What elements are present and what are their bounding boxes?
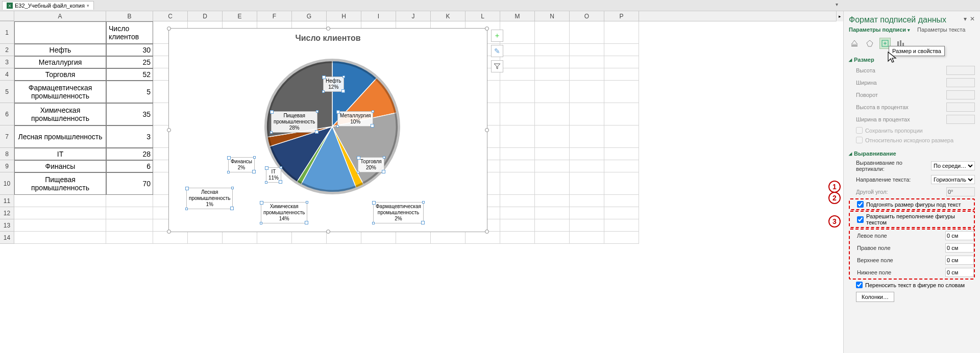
select-text-dir[interactable]: Горизонтально — [931, 175, 975, 184]
row-header[interactable]: 10 — [0, 172, 14, 195]
cell[interactable] — [500, 207, 535, 219]
cell[interactable] — [604, 125, 639, 148]
col-header-A[interactable]: A — [14, 11, 106, 21]
data-label[interactable]: Лесная промышленность 1% — [186, 188, 233, 209]
cell[interactable] — [535, 172, 570, 195]
row-header[interactable]: 9 — [0, 160, 14, 172]
cell[interactable] — [535, 148, 570, 160]
scroll-right-arrow[interactable]: ▸ — [836, 11, 843, 21]
select-valign[interactable]: По середи… — [931, 161, 975, 170]
cell[interactable] — [500, 81, 535, 103]
row-header[interactable]: 13 — [0, 219, 14, 232]
data-label[interactable]: Торговля 20% — [358, 157, 384, 172]
effects-icon[interactable] — [864, 38, 875, 49]
cell[interactable]: 3 — [106, 125, 153, 148]
cell[interactable] — [604, 44, 639, 56]
cell[interactable] — [570, 207, 604, 219]
row-header[interactable]: 12 — [0, 207, 14, 219]
cell[interactable]: 5 — [106, 81, 153, 103]
row-header[interactable]: 2 — [0, 44, 14, 56]
col-header-B[interactable]: B — [106, 11, 153, 21]
cell[interactable]: 70 — [106, 172, 153, 195]
cell[interactable] — [500, 103, 535, 125]
cell[interactable] — [604, 68, 639, 81]
row-header[interactable]: 3 — [0, 56, 14, 68]
col-header-M[interactable]: M — [500, 11, 535, 21]
cell[interactable]: Металлургия — [14, 56, 106, 68]
cell[interactable] — [604, 148, 639, 160]
columns-button[interactable]: Колонки… — [856, 292, 894, 302]
cell[interactable] — [570, 172, 604, 195]
cell[interactable] — [500, 148, 535, 160]
cell[interactable]: Число клиентов — [106, 21, 153, 44]
cell[interactable] — [604, 81, 639, 103]
cell[interactable] — [106, 232, 153, 244]
chart-filter-button[interactable] — [491, 60, 503, 72]
cell[interactable] — [500, 232, 535, 244]
cell[interactable] — [535, 232, 570, 244]
cell[interactable] — [223, 232, 257, 244]
cell[interactable] — [570, 68, 604, 81]
cell[interactable]: 28 — [106, 148, 153, 160]
cell[interactable] — [604, 160, 639, 172]
cell[interactable] — [604, 103, 639, 125]
row-header[interactable]: 4 — [0, 68, 14, 81]
cell[interactable] — [500, 68, 535, 81]
col-header-N[interactable]: N — [535, 11, 570, 21]
cell[interactable] — [500, 219, 535, 232]
cell[interactable] — [14, 219, 106, 232]
input-margin-top[interactable] — [945, 256, 974, 265]
panel-close-icon[interactable]: ✕ — [970, 15, 975, 22]
cell[interactable] — [535, 125, 570, 148]
row-header[interactable]: 7 — [0, 125, 14, 148]
chart-styles-button[interactable]: ✎ — [491, 45, 503, 57]
cell[interactable] — [500, 44, 535, 56]
cell[interactable] — [570, 81, 604, 103]
chart-title[interactable]: Число клиентов — [169, 29, 487, 45]
panel-collapse-icon[interactable]: ▾ — [836, 2, 841, 7]
cell[interactable] — [570, 56, 604, 68]
input-margin-right[interactable] — [945, 243, 974, 253]
data-label[interactable]: Фармацевтическая промышленность 2% — [373, 202, 424, 223]
cell[interactable]: Торговля — [14, 68, 106, 81]
cell[interactable] — [14, 207, 106, 219]
cell[interactable] — [535, 103, 570, 125]
cell[interactable]: Фармацевтическая промышленность — [14, 81, 106, 103]
col-header-J[interactable]: J — [396, 11, 431, 21]
data-label[interactable]: Металлургия 10% — [337, 111, 373, 127]
input-margin-left[interactable] — [945, 231, 974, 240]
col-header-G[interactable]: G — [292, 11, 327, 21]
cell[interactable] — [535, 219, 570, 232]
cell[interactable] — [500, 125, 535, 148]
cell[interactable] — [535, 21, 570, 44]
cell[interactable]: 52 — [106, 68, 153, 81]
cell[interactable] — [257, 232, 292, 244]
cell[interactable] — [535, 207, 570, 219]
col-header-F[interactable]: F — [257, 11, 292, 21]
fill-line-icon[interactable] — [849, 38, 860, 49]
cell[interactable] — [327, 232, 361, 244]
cell[interactable]: 35 — [106, 103, 153, 125]
col-header-O[interactable]: O — [570, 11, 604, 21]
cell[interactable] — [535, 44, 570, 56]
chk-wrap-text[interactable] — [856, 282, 863, 288]
col-header-L[interactable]: L — [465, 11, 500, 21]
row-header[interactable]: 11 — [0, 195, 14, 207]
chart-plot-area[interactable]: Нефть 12%Металлургия 10%Торговля 20%Фарм… — [169, 45, 487, 226]
cell[interactable] — [14, 232, 106, 244]
cell[interactable]: 30 — [106, 44, 153, 56]
row-header[interactable]: 8 — [0, 148, 14, 160]
cell[interactable] — [500, 21, 535, 44]
section-size[interactable]: ◢Размер — [849, 55, 975, 64]
cell[interactable] — [570, 21, 604, 44]
cell[interactable] — [570, 232, 604, 244]
cell[interactable] — [396, 232, 431, 244]
col-header-D[interactable]: D — [188, 11, 223, 21]
cell[interactable] — [604, 195, 639, 207]
data-label[interactable]: Химическая промышленность 14% — [261, 202, 307, 223]
data-label[interactable]: Нефть 12% — [323, 77, 344, 92]
worksheet-area[interactable]: ABCDEFGHIJKLMNOP▸ 1Число клиентов2Нефть3… — [0, 11, 843, 353]
row-header[interactable]: 14 — [0, 232, 14, 244]
cell[interactable] — [500, 172, 535, 195]
chk-autofit-shape[interactable] — [857, 201, 864, 208]
